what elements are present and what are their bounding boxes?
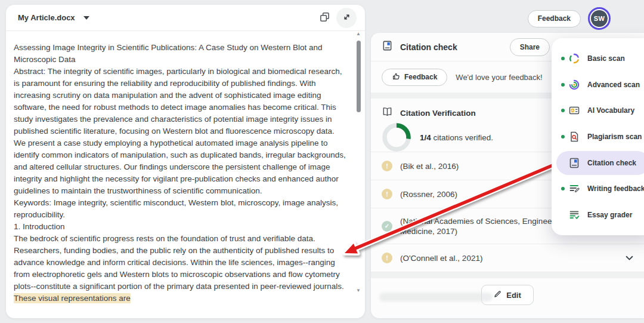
- copy-icon: [319, 11, 330, 24]
- menu-item-label: Plagiarism scan: [587, 133, 642, 141]
- document-title[interactable]: My Article.docx: [18, 13, 75, 22]
- menu-item-plagiarism-scan[interactable]: Plagiarism scan: [556, 125, 644, 149]
- citation-label: (Bik et al., 2016): [400, 161, 459, 171]
- document-paragraph: Keywords: Image integrity, scientific mi…: [14, 197, 347, 221]
- status-dot: [561, 83, 565, 87]
- citation-panel-title: Citation check: [400, 42, 457, 52]
- panel-feedback-button[interactable]: Feedback: [382, 69, 447, 86]
- status-dot: [561, 187, 565, 190]
- scrollbar-thumb[interactable]: [357, 41, 361, 112]
- menu-item-citation-check[interactable]: Citation check: [556, 151, 644, 175]
- document-card: My Article.docx: [6, 5, 365, 318]
- menu-item-advanced-scan[interactable]: Advanced scan: [556, 73, 644, 97]
- section-divider: [371, 272, 644, 278]
- menu-item-label: Advanced scan: [587, 81, 640, 89]
- panel-feedback-label: Feedback: [404, 73, 437, 81]
- citation-status-icon: [382, 253, 392, 263]
- citation-check-icon: [382, 40, 393, 54]
- menu-item-label: Writing feedback: [587, 184, 644, 193]
- scan-menu: Basic scan Advanced scan A AI Vocabulary: [552, 38, 644, 235]
- document-paragraph: 1. Introduction: [14, 221, 347, 233]
- menu-item-essay-grader[interactable]: Essay grader: [556, 203, 644, 227]
- avatar-initials: SW: [591, 10, 608, 27]
- avatar[interactable]: SW: [588, 7, 611, 30]
- menu-item-label: AI Vocabulary: [587, 106, 634, 115]
- citation-status-icon: [382, 189, 392, 199]
- highlighted-sentence[interactable]: These visual representations are: [14, 293, 131, 303]
- svg-text:A: A: [571, 109, 574, 112]
- edit-button-label: Edit: [506, 291, 521, 300]
- citation-status-icon: [382, 161, 392, 171]
- citation-panel-footer: Edit: [371, 278, 644, 312]
- citation-row[interactable]: (O'Connell et al., 2021): [371, 244, 644, 272]
- expand-icon: [342, 13, 351, 23]
- citation-status-icon: [382, 221, 392, 232]
- scroll-down-icon[interactable]: ▼: [356, 288, 361, 294]
- status-dot: [561, 57, 565, 60]
- scrollbar[interactable]: ▲ ▼: [355, 31, 362, 294]
- progress-ring: [382, 122, 411, 152]
- menu-item-label: Citation check: [587, 159, 636, 167]
- menu-item-label: Basic scan: [587, 54, 625, 63]
- citation-check-icon: [568, 157, 580, 169]
- menu-item-ai-vocabulary[interactable]: A AI Vocabulary: [556, 99, 644, 122]
- top-bar: Feedback SW: [528, 7, 611, 30]
- ai-vocabulary-icon: A: [568, 104, 580, 116]
- verification-title: Citation Verification: [400, 109, 476, 118]
- menu-item-writing-feedback[interactable]: Writing feedback: [556, 177, 644, 201]
- ghost-row: [379, 293, 493, 302]
- chevron-down-icon[interactable]: [626, 256, 633, 261]
- copy-button[interactable]: [319, 11, 330, 24]
- citation-label: (O'Connell et al., 2021): [400, 253, 482, 263]
- feedback-prompt: We'd love your feedback!: [456, 73, 542, 82]
- intro-text: The bedrock of scientific progress rests…: [14, 234, 344, 291]
- share-button[interactable]: Share: [510, 38, 550, 56]
- scroll-up-icon[interactable]: ▲: [356, 31, 361, 37]
- chevron-down-icon[interactable]: [83, 16, 89, 20]
- document-paragraph: Abstract: The integrity of scientific im…: [14, 66, 347, 197]
- status-dot: [561, 135, 565, 139]
- menu-item-basic-scan[interactable]: Basic scan: [556, 47, 644, 70]
- advanced-scan-icon: [568, 79, 580, 91]
- progress-text: 1/4 citations verified.: [420, 133, 493, 142]
- thumbs-up-icon: [392, 72, 400, 82]
- progress-fraction: 1/4: [420, 133, 431, 142]
- menu-item-label: Essay grader: [587, 211, 632, 219]
- plagiarism-scan-icon: [568, 131, 580, 143]
- essay-grader-icon: [568, 209, 580, 221]
- document-paragraph: The bedrock of scientific progress rests…: [14, 233, 347, 304]
- citation-label: (Rossner, 2006): [400, 189, 457, 199]
- progress-suffix: citations verified.: [431, 133, 493, 142]
- document-paragraph: Assessing Image Integrity in Scientific …: [14, 42, 347, 66]
- basic-scan-icon: [568, 53, 580, 64]
- document-header: My Article.docx: [6, 5, 365, 31]
- document-text[interactable]: Assessing Image Integrity in Scientific …: [14, 42, 347, 304]
- expand-button[interactable]: [336, 8, 357, 28]
- pencil-icon: [494, 290, 501, 300]
- feedback-button[interactable]: Feedback: [528, 10, 581, 27]
- open-book-icon: [382, 106, 393, 120]
- status-dot: [561, 109, 565, 112]
- writing-feedback-icon: [568, 183, 580, 195]
